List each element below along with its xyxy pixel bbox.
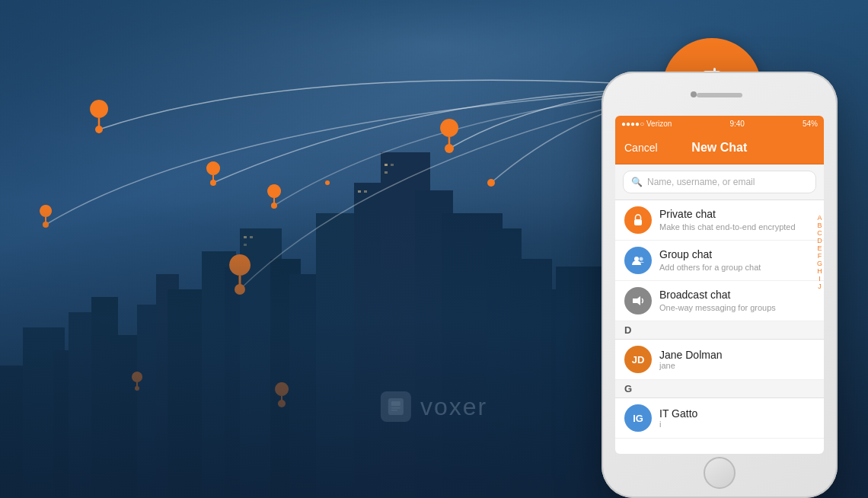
phone-camera xyxy=(691,91,697,97)
carrier-label: ●●●●○ Verizon xyxy=(621,120,672,128)
alphabet-sidebar[interactable]: A B C D E F G H I J xyxy=(817,215,822,290)
group-chat-icon xyxy=(624,247,652,274)
svg-rect-53 xyxy=(634,219,642,225)
svg-point-36 xyxy=(325,180,330,185)
search-bar-container: 🔍 Name, username, or email xyxy=(615,164,824,200)
svg-rect-28 xyxy=(364,190,367,193)
svg-rect-31 xyxy=(385,171,388,174)
nav-bar: Cancel New Chat xyxy=(615,131,824,164)
battery-label: 54% xyxy=(803,120,818,128)
group-chat-desc: Add others for a group chat xyxy=(659,262,815,273)
broadcast-chat-name: Broadcast chat xyxy=(659,289,815,302)
contact-item-jane[interactable]: JD Jane Dolman jane xyxy=(615,340,824,380)
svg-rect-30 xyxy=(391,164,394,166)
contact-username-gatto: i xyxy=(659,420,697,429)
time-label: 9:40 xyxy=(729,120,744,128)
alpha-i[interactable]: I xyxy=(817,276,822,283)
contact-username-jane: jane xyxy=(659,361,723,370)
phone-speaker xyxy=(697,93,742,97)
section-header-d: D xyxy=(615,321,824,340)
alpha-b[interactable]: B xyxy=(817,222,822,229)
broadcast-chat-icon xyxy=(624,287,652,314)
private-chat-icon xyxy=(624,206,652,234)
background: voxer ●●●●○ Verizon 9:40 54% Cancel New … xyxy=(0,0,868,498)
screen-title: New Chat xyxy=(691,141,747,155)
private-chat-name: Private chat xyxy=(659,208,815,221)
contact-name-gatto: IT Gatto xyxy=(659,407,697,420)
svg-point-55 xyxy=(640,257,643,261)
contact-name-jane: Jane Dolman xyxy=(659,349,723,361)
contact-info-jane: Jane Dolman jane xyxy=(659,349,723,370)
alpha-e[interactable]: E xyxy=(817,245,822,252)
svg-rect-50 xyxy=(391,401,400,406)
phone-outer-shell: ●●●●○ Verizon 9:40 54% Cancel New Chat 🔍… xyxy=(602,72,838,498)
private-chat-desc: Make this chat end-to-end encrypted xyxy=(659,222,815,232)
alpha-g[interactable]: G xyxy=(817,260,822,267)
alpha-f[interactable]: F xyxy=(817,253,822,260)
broadcast-chat-desc: One-way messaging for groups xyxy=(659,302,815,313)
svg-rect-52 xyxy=(391,410,397,411)
alpha-a[interactable]: A xyxy=(817,215,822,222)
contact-avatar-gatto: IG xyxy=(624,404,652,432)
search-input[interactable]: 🔍 Name, username, or email xyxy=(623,171,816,193)
group-chat-item[interactable]: Group chat Add others for a group chat xyxy=(615,241,824,281)
svg-rect-27 xyxy=(358,190,361,193)
svg-rect-51 xyxy=(391,407,400,409)
voxer-watermark: voxer xyxy=(381,391,487,422)
svg-rect-29 xyxy=(385,164,388,166)
group-chat-info: Group chat Add others for a group chat xyxy=(659,248,815,273)
group-chat-name: Group chat xyxy=(659,248,815,261)
private-chat-item[interactable]: Private chat Make this chat end-to-end e… xyxy=(615,200,824,241)
alpha-h[interactable]: H xyxy=(817,268,822,275)
voxer-watermark-icon xyxy=(381,391,411,422)
private-chat-info: Private chat Make this chat end-to-end e… xyxy=(659,208,815,232)
search-icon: 🔍 xyxy=(631,177,643,187)
phone-mockup: ●●●●○ Verizon 9:40 54% Cancel New Chat 🔍… xyxy=(602,72,838,498)
broadcast-chat-item[interactable]: Broadcast chat One-way messaging for gro… xyxy=(615,281,824,321)
alpha-j[interactable]: J xyxy=(817,283,822,290)
contact-info-gatto: IT Gatto i xyxy=(659,407,697,429)
search-placeholder-text: Name, username, or email xyxy=(647,177,755,187)
svg-rect-49 xyxy=(388,398,404,415)
alpha-d[interactable]: D xyxy=(817,238,822,244)
status-bar: ●●●●○ Verizon 9:40 54% xyxy=(615,116,824,131)
phone-screen: ●●●●○ Verizon 9:40 54% Cancel New Chat 🔍… xyxy=(615,116,824,454)
alpha-c[interactable]: C xyxy=(817,230,822,237)
section-header-g: G xyxy=(615,380,824,398)
chat-options-list: Private chat Make this chat end-to-end e… xyxy=(615,200,824,439)
cancel-button[interactable]: Cancel xyxy=(624,142,658,154)
contact-avatar-jane: JD xyxy=(624,346,652,373)
contact-item-gatto[interactable]: IG IT Gatto i xyxy=(615,398,824,439)
voxer-watermark-text: voxer xyxy=(420,393,487,421)
svg-point-38 xyxy=(487,179,495,187)
phone-home-button[interactable] xyxy=(704,457,736,489)
broadcast-chat-info: Broadcast chat One-way messaging for gro… xyxy=(659,289,815,313)
